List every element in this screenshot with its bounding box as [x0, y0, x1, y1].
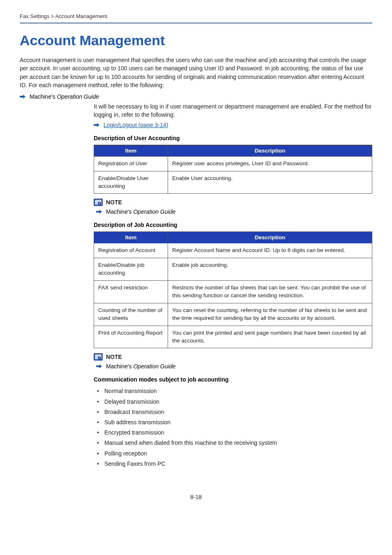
svg-marker-1: [94, 123, 99, 127]
ref-italic: Operation Guide: [133, 208, 175, 215]
note-label: NOTE: [106, 354, 122, 360]
cell-item: Registration of User: [94, 156, 168, 171]
ref-prefix: Machine's: [106, 363, 133, 370]
table-row: FAX send restriction Restricts the numbe…: [94, 281, 372, 303]
job-accounting-heading: Description of Job Accounting: [94, 222, 372, 228]
cell-desc: Register user access privileges, User ID…: [168, 156, 372, 171]
login-logout-link[interactable]: Login/Logout (page 3-14): [104, 122, 168, 128]
cell-item: FAX send restriction: [94, 281, 168, 303]
cell-desc: Enable User accounting.: [168, 171, 372, 194]
login-intro: It will be necessary to log in if user m…: [94, 102, 372, 119]
table-row: Registration of User Register user acces…: [94, 156, 372, 171]
th-item: Item: [94, 232, 168, 243]
cell-item: Counting of the number of used sheets: [94, 303, 168, 326]
ref-prefix: Machine's: [30, 93, 57, 100]
cell-desc: Restricts the number of fax sheets that …: [168, 281, 372, 303]
note-block: NOTE: [94, 199, 372, 206]
svg-marker-0: [20, 95, 25, 99]
breadcrumb: Fax Settings > Account Management: [20, 13, 372, 23]
note-label: NOTE: [106, 199, 122, 206]
svg-point-10: [99, 358, 100, 359]
modes-list: Normal transmission Delayed transmission…: [94, 386, 372, 469]
list-item: Manual send when dialed from this machin…: [103, 438, 372, 448]
cell-desc: You can print the printed and sent page …: [168, 326, 372, 348]
job-accounting-table: Item Description Registration of Account…: [94, 231, 372, 348]
svg-point-5: [99, 203, 100, 204]
cell-desc: Register Account Name and Account ID. Up…: [168, 243, 372, 258]
modes-heading: Communication modes subject to job accou…: [94, 376, 372, 383]
ref-italic: Operation Guide: [57, 93, 99, 100]
list-item: Normal transmission: [103, 386, 372, 396]
cell-desc: Enable job accounting.: [168, 258, 372, 281]
table-row: Registration of Account Register Account…: [94, 243, 372, 258]
list-item: Encrypted transmission: [103, 428, 372, 438]
list-item: Delayed transmission: [103, 397, 372, 407]
arrow-right-icon: [94, 123, 99, 127]
list-item: Polling reception: [103, 449, 372, 459]
user-accounting-table: Item Description Registration of User Re…: [94, 145, 372, 194]
login-link-row: Login/Logout (page 3-14): [94, 122, 372, 128]
arrow-right-icon: [20, 95, 25, 99]
note-icon: [94, 353, 103, 361]
cell-item: Enable/Disable User accounting: [94, 171, 168, 194]
table-row: Print of Accounting Report You can print…: [94, 326, 372, 348]
cell-desc: You can reset the counting, referring to…: [168, 303, 372, 326]
reference-line-note2: Machine's Operation Guide: [96, 363, 372, 370]
page-number: 8-18: [20, 494, 372, 500]
note-icon: [94, 199, 103, 206]
user-accounting-heading: Description of User Accounting: [94, 135, 372, 141]
list-item: Sending Faxes from PC: [103, 459, 372, 469]
arrow-right-icon: [96, 210, 102, 214]
th-desc: Description: [168, 232, 372, 243]
th-desc: Description: [168, 145, 372, 156]
table-row: Enable/Disable job accounting Enable job…: [94, 258, 372, 281]
th-item: Item: [94, 145, 168, 156]
svg-marker-11: [96, 364, 102, 368]
cell-item: Registration of Account: [94, 243, 168, 258]
intro-paragraph: Account management is user management th…: [20, 56, 372, 89]
svg-marker-6: [96, 210, 102, 214]
cell-item: Enable/Disable job accounting: [94, 258, 168, 281]
reference-line-note1: Machine's Operation Guide: [96, 208, 372, 215]
list-item: Broadcast transmission: [103, 407, 372, 417]
reference-line-top: Machine's Operation Guide: [20, 93, 372, 100]
arrow-right-icon: [96, 364, 102, 368]
cell-item: Print of Accounting Report: [94, 326, 168, 348]
note-block: NOTE: [94, 353, 372, 361]
list-item: Sub address transmission: [103, 417, 372, 428]
table-row: Counting of the number of used sheets Yo…: [94, 303, 372, 326]
page-title: Account Management: [20, 32, 372, 49]
ref-italic: Operation Guide: [133, 363, 175, 370]
ref-prefix: Machine's: [106, 208, 133, 215]
table-row: Enable/Disable User accounting Enable Us…: [94, 171, 372, 194]
